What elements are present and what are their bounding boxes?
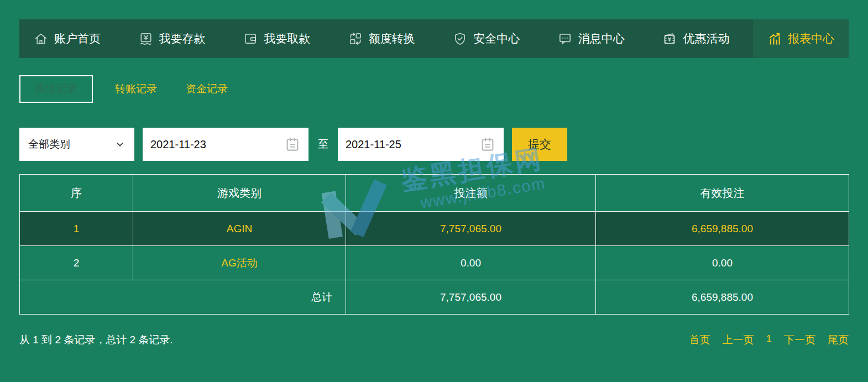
deposit-icon xyxy=(139,32,153,46)
date-to-input[interactable] xyxy=(346,138,462,151)
category-select[interactable]: 全部类别 xyxy=(19,128,134,161)
chevron-down-icon xyxy=(114,139,126,150)
date-from-input[interactable] xyxy=(150,138,266,151)
nav-item-message-center[interactable]: 消息中心 xyxy=(543,19,639,58)
transfer-icon xyxy=(348,32,363,46)
table-row: 1 AGIN 7,757,065.00 6,659,885.00 xyxy=(20,212,849,246)
date-from-field[interactable] xyxy=(143,128,308,161)
total-bet-amount: 7,757,065.00 xyxy=(346,280,596,315)
header-valid-bet: 有效投注 xyxy=(596,175,849,212)
footer: 从 1 到 2 条记录，总计 2 条记录. 首页 上一页 1 下一页 尾页 xyxy=(19,333,849,347)
nav-item-deposit[interactable]: 我要存款 xyxy=(124,19,220,58)
table-row: 2 AG活动 0.00 0.00 xyxy=(20,246,849,280)
nav-item-promotions[interactable]: 优惠活动 xyxy=(648,19,744,58)
calendar-icon[interactable] xyxy=(284,136,301,153)
category-select-value: 全部类别 xyxy=(28,137,70,151)
nav-item-security-center[interactable]: 安全中心 xyxy=(438,19,534,58)
nav-item-label: 优惠活动 xyxy=(683,31,729,46)
header-bet-amount: 投注额 xyxy=(346,175,596,212)
record-tabs: 投注记录 转账记录 资金记录 xyxy=(19,75,234,103)
main-nav: 账户首页 我要存款 我要取款 额度转换 安全中心 消息中心 优惠活动 xyxy=(19,19,849,58)
cell-game-category[interactable]: AG活动 xyxy=(133,246,346,280)
nav-item-label: 我要存款 xyxy=(159,31,206,46)
home-icon xyxy=(34,32,48,46)
cell-bet-amount: 0.00 xyxy=(346,246,596,280)
nav-item-label: 我要取款 xyxy=(264,31,310,46)
nav-item-label: 报表中心 xyxy=(788,31,834,46)
calendar-icon[interactable] xyxy=(479,136,496,153)
header-index: 序 xyxy=(20,175,133,212)
table-total-row: 总计 7,757,065.00 6,659,885.00 xyxy=(20,280,849,315)
cell-index: 2 xyxy=(20,246,133,280)
nav-item-label: 安全中心 xyxy=(473,31,520,46)
records-summary: 从 1 到 2 条记录，总计 2 条记录. xyxy=(19,333,173,347)
filter-bar: 全部类别 至 提交 xyxy=(19,128,567,161)
tab-fund-records[interactable]: 资金记录 xyxy=(179,82,234,96)
pagination-page-1[interactable]: 1 xyxy=(766,333,772,347)
message-icon xyxy=(558,32,572,46)
nav-item-label: 额度转换 xyxy=(369,31,415,46)
header-game-category: 游戏类别 xyxy=(133,175,346,212)
pagination: 首页 上一页 1 下一页 尾页 xyxy=(689,333,849,347)
cell-game-category[interactable]: AGIN xyxy=(133,212,346,246)
cell-valid-bet: 6,659,885.00 xyxy=(596,212,849,246)
pagination-next[interactable]: 下一页 xyxy=(784,333,815,347)
nav-item-quota-transfer[interactable]: 额度转换 xyxy=(334,19,430,58)
nav-item-account-home[interactable]: 账户首页 xyxy=(19,19,115,58)
total-valid-bet: 6,659,885.00 xyxy=(596,280,849,315)
tab-transfer-records[interactable]: 转账记录 xyxy=(108,82,164,96)
nav-item-withdraw[interactable]: 我要取款 xyxy=(229,19,325,58)
nav-item-report-center[interactable]: 报表中心 xyxy=(753,19,849,58)
cell-valid-bet: 0.00 xyxy=(596,246,849,280)
date-to-field[interactable] xyxy=(338,128,504,161)
table-header-row: 序 游戏类别 投注额 有效投注 xyxy=(20,175,849,212)
cell-bet-amount: 7,757,065.00 xyxy=(346,212,596,246)
shield-check-icon xyxy=(453,32,467,46)
nav-item-label: 账户首页 xyxy=(54,31,101,46)
pagination-last[interactable]: 尾页 xyxy=(828,333,849,347)
report-chart-icon xyxy=(767,32,782,46)
total-label: 总计 xyxy=(20,280,346,315)
bet-records-table: 序 游戏类别 投注额 有效投注 1 AGIN 7,757,065.00 6,65… xyxy=(19,174,849,315)
pagination-first[interactable]: 首页 xyxy=(689,333,710,347)
cell-index: 1 xyxy=(20,212,133,246)
page: { "nav": { "items": [ {"label": "账户首页", … xyxy=(0,0,868,382)
submit-button[interactable]: 提交 xyxy=(512,128,567,161)
tab-bet-records[interactable]: 投注记录 xyxy=(19,75,93,103)
pagination-prev[interactable]: 上一页 xyxy=(722,333,754,347)
nav-item-label: 消息中心 xyxy=(578,31,625,46)
to-label: 至 xyxy=(318,137,328,151)
withdraw-icon xyxy=(243,32,258,46)
coupon-icon xyxy=(662,32,677,46)
